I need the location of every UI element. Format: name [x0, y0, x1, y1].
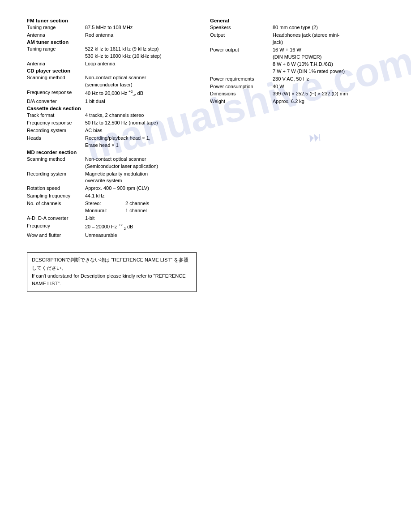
- spec-label: Scanning method: [27, 74, 85, 89]
- spec-row: Frequency response 50 Hz to 12,500 Hz (n…: [27, 120, 197, 127]
- right-spec-label: Output: [210, 32, 273, 46]
- right-spec-value: 230 V AC, 50 Hz: [273, 76, 384, 83]
- am-tuner-section: AM tuner section Tuning range 522 kHz to…: [27, 39, 197, 68]
- spec-label: Heads: [27, 135, 85, 149]
- spec-row: No. of channels Stereo: 2 channels Monau…: [27, 200, 197, 215]
- spec-row: Frequency 20 – 20000 Hz +2-2 dB: [27, 223, 197, 231]
- general-title: General: [210, 18, 384, 23]
- spec-value: Approx. 400 – 900 rpm (CLV): [85, 185, 197, 192]
- right-spec-label: Power consumption: [210, 83, 273, 90]
- spec-label: Tuning range: [27, 24, 85, 31]
- right-spec-label: Power requirements: [210, 76, 273, 83]
- spec-value: Non-contact optical scanner (Semiconduct…: [85, 156, 197, 170]
- right-spec-value: 399 (W) × 252.5 (H) × 232 (D) mm: [273, 90, 384, 98]
- page: manualshive.com ⏭ FM tuner section Tunin…: [0, 0, 411, 532]
- spec-label: Frequency: [27, 223, 85, 231]
- spec-label: Antenna: [27, 32, 85, 39]
- md-recorder-section: MD recorder section Scanning method Non-…: [27, 150, 197, 239]
- spec-label: Scanning method: [27, 156, 85, 170]
- spec-row: Recording system Magnetic polarity modul…: [27, 171, 197, 185]
- right-spec-row: Output Headphones jack (stereo mini- jac…: [210, 32, 384, 46]
- spec-label: Frequency response: [27, 120, 85, 127]
- right-spec-row: Power consumption 40 W: [210, 83, 384, 90]
- cassette-deck-title: Cassette deck section: [27, 106, 197, 111]
- spec-row: D/A converter 1 bit dual: [27, 98, 197, 105]
- spec-label: D/A converter: [27, 98, 85, 105]
- stereo-label: Stereo:: [85, 200, 116, 207]
- spec-value: Loop antenna: [85, 60, 197, 68]
- md-recorder-title: MD recorder section: [27, 150, 197, 155]
- right-spec-label: Dimensions: [210, 90, 273, 98]
- right-column: General Speakers 80 mm cone type (2) Out…: [206, 18, 384, 292]
- monaural-label: Monaural:: [85, 207, 116, 215]
- notice-jp-text: DESCRIPTIONで判断できない物は "REFERENCE NAME LIS…: [32, 256, 192, 272]
- monaural-value: 1 channel: [125, 207, 147, 215]
- right-spec-row: Dimensions 399 (W) × 252.5 (H) × 232 (D)…: [210, 90, 384, 98]
- spec-value: 522 kHz to 1611 kHz (9 kHz step) 530 kHz…: [85, 46, 197, 60]
- right-spec-row: Power output 16 W + 16 W (DIN MUSIC POWE…: [210, 47, 384, 75]
- spec-row: Recording system AC bias: [27, 127, 197, 134]
- spec-row: Tuning range 87.5 MHz to 108 MHz: [27, 24, 197, 31]
- spec-value: 50 Hz to 12,500 Hz (normal tape): [85, 120, 197, 127]
- right-spec-row: Speakers 80 mm cone type (2): [210, 24, 384, 31]
- right-spec-label: Speakers: [210, 24, 273, 31]
- spec-row: Frequency response 40 Hz to 20,000 Hz +2…: [27, 89, 197, 98]
- notice-box: DESCRIPTIONで判断できない物は "REFERENCE NAME LIS…: [27, 252, 197, 292]
- right-spec-label: Power output: [210, 47, 273, 75]
- spec-value: 20 – 20000 Hz +2-2 dB: [85, 223, 197, 231]
- spec-row: Heads Recording/playback head × 1, Erase…: [27, 135, 197, 149]
- right-spec-label: Weight: [210, 98, 273, 105]
- spec-label: Recording system: [27, 171, 85, 185]
- right-spec-value: 40 W: [273, 83, 384, 90]
- right-spec-value: Approx. 6.2 kg: [273, 98, 384, 105]
- spec-value: 87.5 MHz to 108 MHz: [85, 24, 197, 31]
- spec-value: AC bias: [85, 127, 197, 134]
- cassette-deck-section: Cassette deck section Track format 4 tra…: [27, 106, 197, 149]
- right-spec-row: Weight Approx. 6.2 kg: [210, 98, 384, 105]
- spec-row: Wow and flutter Unmeasurable: [27, 232, 197, 239]
- spec-label: A-D, D-A converter: [27, 215, 85, 222]
- spec-row: Tuning range 522 kHz to 1611 kHz (9 kHz …: [27, 46, 197, 60]
- spec-row: Antenna Rod antenna: [27, 32, 197, 39]
- left-column: FM tuner section Tuning range 87.5 MHz t…: [27, 18, 206, 292]
- spec-value: 44.1 kHz: [85, 193, 197, 200]
- right-spec-value: 80 mm cone type (2): [273, 24, 384, 31]
- cd-player-title: CD player section: [27, 68, 197, 73]
- spec-value: Stereo: 2 channels Monaural: 1 channel: [85, 200, 197, 215]
- spec-value: Unmeasurable: [85, 232, 197, 239]
- right-spec-row: Power requirements 230 V AC, 50 Hz: [210, 76, 384, 83]
- right-spec-value: Headphones jack (stereo mini- jack): [273, 32, 384, 46]
- channels-monaural: Monaural: 1 channel: [85, 207, 197, 215]
- spec-label: Sampling frequency: [27, 193, 85, 200]
- spec-label: Track format: [27, 112, 85, 119]
- spec-label: Tuning range: [27, 46, 85, 60]
- spec-label: No. of channels: [27, 200, 85, 215]
- spec-value: Non-contact optical scanner (semiconduct…: [85, 74, 197, 89]
- spec-value: 4 tracks, 2 channels stereo: [85, 112, 197, 119]
- channels-stereo: Stereo: 2 channels: [85, 200, 197, 207]
- right-spec-value: 16 W + 16 W (DIN MUSIC POWER) 8 W + 8 W …: [273, 47, 384, 75]
- spec-value: 1-bit: [85, 215, 197, 222]
- stereo-value: 2 channels: [125, 200, 149, 207]
- notice-en-text: If can't understand for Description plea…: [32, 272, 192, 288]
- spec-value: Rod antenna: [85, 32, 197, 39]
- spec-value: Magnetic polarity modulation overwrite s…: [85, 171, 197, 185]
- fm-tuner-title: FM tuner section: [27, 18, 197, 23]
- spec-row: Antenna Loop antenna: [27, 60, 197, 68]
- fm-tuner-section: FM tuner section Tuning range 87.5 MHz t…: [27, 18, 197, 39]
- spec-row: Sampling frequency 44.1 kHz: [27, 193, 197, 200]
- spec-label: Rotation speed: [27, 185, 85, 192]
- spec-row: Scanning method Non-contact optical scan…: [27, 74, 197, 89]
- spec-value: 40 Hz to 20,000 Hz +2-2 dB: [85, 89, 197, 98]
- spec-label: Antenna: [27, 60, 85, 68]
- spec-row: Rotation speed Approx. 400 – 900 rpm (CL…: [27, 185, 197, 192]
- spec-label: Recording system: [27, 127, 85, 134]
- spec-row: A-D, D-A converter 1-bit: [27, 215, 197, 222]
- cd-player-section: CD player section Scanning method Non-co…: [27, 68, 197, 105]
- spec-value: 1 bit dual: [85, 98, 197, 105]
- spec-label: Wow and flutter: [27, 232, 85, 239]
- spec-label: Frequency response: [27, 89, 85, 98]
- spec-row: Track format 4 tracks, 2 channels stereo: [27, 112, 197, 119]
- spec-value: Recording/playback head × 1, Erase head …: [85, 135, 197, 149]
- spec-row: Scanning method Non-contact optical scan…: [27, 156, 197, 170]
